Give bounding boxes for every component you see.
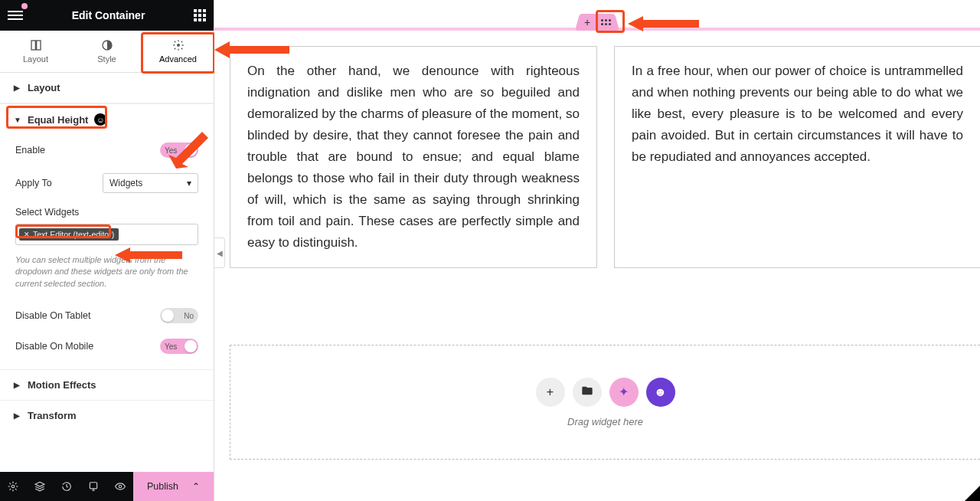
plus-icon: + <box>547 385 554 399</box>
section-layout[interactable]: ▶ Layout <box>0 73 214 103</box>
tab-layout[interactable]: Layout <box>0 31 71 72</box>
unsaved-indicator-icon <box>21 3 28 9</box>
panel-title: Edit Container <box>23 9 194 21</box>
section-equal-height-label: Equal Height <box>28 114 88 126</box>
menu-icon[interactable] <box>8 8 23 23</box>
sidebar-footer: Publish ⌃ <box>0 472 214 501</box>
enable-label: Enable <box>15 145 45 156</box>
chevron-down-icon: ▼ <box>14 116 21 124</box>
sidebar-header: Edit Container <box>0 0 214 31</box>
enable-toggle-text: Yes <box>165 146 177 155</box>
template-library-button[interactable] <box>573 378 602 407</box>
face-icon: ☻ <box>654 385 667 399</box>
apply-to-select[interactable]: Widgets ▾ <box>103 173 198 193</box>
chevron-down-icon: ▾ <box>187 178 191 188</box>
add-widget-button[interactable]: + <box>536 378 565 407</box>
disable-mobile-toggle[interactable]: Yes <box>160 339 198 354</box>
tab-advanced[interactable]: Advanced <box>142 31 214 72</box>
disable-tablet-label: Disable On Tablet <box>15 310 90 321</box>
ai-button[interactable]: ✦ <box>609 378 639 407</box>
svg-point-6 <box>119 485 122 488</box>
canvas: ◀ + On the other hand, we denounce with … <box>214 0 980 501</box>
gear-icon <box>172 39 185 51</box>
section-transform[interactable]: ▶ Transform <box>0 401 214 431</box>
preview-icon[interactable] <box>106 472 133 501</box>
resize-corner-icon[interactable] <box>965 486 980 501</box>
section-layout-label: Layout <box>28 82 60 93</box>
widget-tag[interactable]: ✕ Text Editor (text-editor) <box>19 228 119 241</box>
section-motion-label: Motion Effects <box>28 379 96 391</box>
navigator-icon[interactable] <box>27 472 54 501</box>
chevron-right-icon: ▶ <box>14 411 21 420</box>
responsive-icon[interactable] <box>80 472 106 501</box>
helper-text: You can select multiple widgets from the… <box>0 250 214 300</box>
tab-style[interactable]: Style <box>71 31 142 72</box>
disable-tablet-row: Disable On Tablet No <box>0 300 214 331</box>
tab-layout-label: Layout <box>23 54 48 64</box>
drag-section-handle[interactable] <box>592 14 619 31</box>
editor-sidebar: Edit Container Layout Style Advanced ▶ L… <box>0 0 214 501</box>
layout-icon <box>30 39 42 51</box>
select-widgets-input[interactable]: ✕ Text Editor (text-editor) <box>15 224 198 245</box>
chevron-right-icon: ▶ <box>14 84 21 92</box>
disable-tablet-text: No <box>184 312 194 320</box>
disable-mobile-text: Yes <box>165 342 177 351</box>
happy-addon-icon: ☺ <box>94 113 106 126</box>
sparkle-icon: ✦ <box>619 385 629 399</box>
text-content-left: On the other hand, we denounce with righ… <box>247 64 580 250</box>
disable-mobile-label: Disable On Mobile <box>15 341 93 352</box>
apply-to-value: Widgets <box>109 178 142 188</box>
settings-icon[interactable] <box>0 472 27 501</box>
section-motion-effects[interactable]: ▶ Motion Effects <box>0 370 214 401</box>
svg-rect-0 <box>31 41 35 50</box>
apps-grid-icon[interactable] <box>194 9 206 21</box>
section-transform-label: Transform <box>28 410 77 421</box>
columns-wrap: On the other hand, we denounce with righ… <box>230 46 980 268</box>
enable-row: Enable Yes <box>0 135 214 165</box>
tab-style-label: Style <box>97 54 116 64</box>
svg-point-3 <box>177 44 180 47</box>
plus-icon: + <box>584 16 590 28</box>
text-content-right: In a free hour, when our power of choice… <box>632 64 963 164</box>
drag-icon <box>601 19 611 25</box>
remove-tag-icon[interactable]: ✕ <box>24 231 30 238</box>
drop-label: Drag widget here <box>567 416 643 427</box>
apply-to-label: Apply To <box>15 178 52 188</box>
happy-addons-button[interactable]: ☻ <box>646 378 675 407</box>
enable-toggle[interactable]: Yes <box>160 142 198 158</box>
container-handle: + <box>577 14 617 31</box>
style-icon <box>101 39 113 51</box>
chevron-up-icon: ⌃ <box>192 481 200 492</box>
publish-button[interactable]: Publish ⌃ <box>133 472 214 501</box>
drop-zone[interactable]: + ✦ ☻ Drag widget here <box>230 345 980 460</box>
text-editor-left[interactable]: On the other hand, we denounce with righ… <box>230 46 597 268</box>
chevron-right-icon: ▶ <box>14 381 21 389</box>
disable-tablet-toggle[interactable]: No <box>160 308 198 323</box>
svg-rect-1 <box>36 41 40 50</box>
text-editor-right[interactable]: In a free hour, when our power of choice… <box>614 46 980 268</box>
tab-advanced-label: Advanced <box>159 54 197 64</box>
history-icon[interactable] <box>54 472 80 501</box>
drop-buttons: + ✦ ☻ <box>536 378 675 407</box>
section-equal-height[interactable]: ▼ Equal Height ☺ <box>0 104 214 135</box>
widget-tag-text: Text Editor (text-editor) <box>33 230 114 239</box>
svg-point-4 <box>12 485 15 488</box>
svg-rect-5 <box>90 483 96 489</box>
collapse-panel-button[interactable]: ◀ <box>214 237 225 268</box>
publish-label: Publish <box>147 481 178 492</box>
panel-body: ▶ Layout ▼ Equal Height ☺ Enable Yes App… <box>0 73 214 472</box>
chevron-left-icon: ◀ <box>217 249 223 257</box>
select-widgets-label: Select Widgets <box>0 201 214 221</box>
apply-to-row: Apply To Widgets ▾ <box>0 165 214 201</box>
folder-icon <box>581 385 593 400</box>
disable-mobile-row: Disable On Mobile Yes <box>0 331 214 362</box>
panel-tabs: Layout Style Advanced <box>0 31 214 73</box>
